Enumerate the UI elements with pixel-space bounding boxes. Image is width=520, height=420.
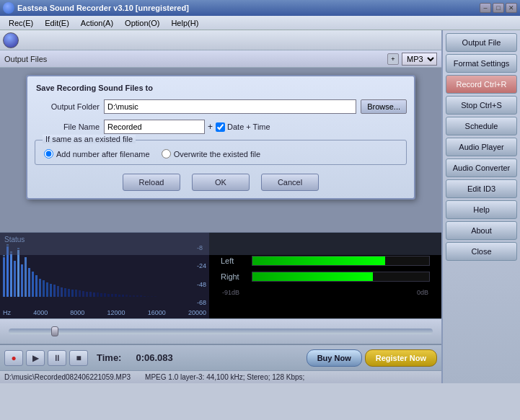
btn-stop[interactable]: Stop Ctrl+S (446, 96, 517, 115)
svg-rect-15 (57, 286, 59, 297)
svg-rect-14 (53, 285, 56, 297)
db-scale-left: -91dB (222, 289, 239, 296)
svg-rect-5 (21, 264, 23, 297)
svg-rect-36 (133, 295, 135, 297)
register-now-button[interactable]: Register Now (365, 349, 437, 367)
svg-rect-39 (144, 296, 146, 297)
buy-now-button[interactable]: Buy Now (307, 349, 362, 367)
toolbar-row (0, 30, 441, 50)
cancel-button[interactable]: Cancel (261, 174, 319, 191)
save-dialog: Save Recording Sound Files to Output Fol… (26, 75, 415, 200)
db-label-48: -48 (197, 281, 206, 288)
svg-rect-7 (28, 268, 30, 297)
svg-rect-9 (35, 275, 38, 297)
play-btn[interactable]: ▶ (26, 350, 45, 366)
btn-schedule[interactable]: Schedule (446, 117, 517, 135)
output-folder-input[interactable] (104, 99, 356, 114)
time-value: 0:06.083 (136, 352, 172, 363)
stop-btn[interactable]: ■ (69, 350, 88, 366)
btn-help[interactable]: Help (446, 200, 517, 219)
browse-button[interactable]: Browse... (361, 99, 407, 114)
svg-rect-24 (89, 292, 92, 297)
right-level-bar-fill (252, 272, 373, 281)
menu-edit[interactable]: Edit(E) (39, 17, 75, 29)
datetime-checkbox-label: Date + Time (216, 122, 270, 132)
left-level-row: Left (221, 256, 430, 266)
svg-rect-17 (64, 288, 66, 297)
close-button[interactable]: ✕ (506, 3, 517, 13)
minimize-button[interactable]: – (480, 3, 491, 13)
plus-sign: + (208, 122, 213, 132)
btn-output-file[interactable]: Output File (446, 33, 517, 52)
svg-rect-6 (25, 257, 27, 297)
right-level-row: Right (221, 272, 430, 282)
radio-row: Add number after filename Overwrite the … (44, 146, 397, 158)
groupbox-title: If same as an existed file (43, 135, 136, 143)
record-btn[interactable]: ● (4, 350, 23, 366)
pause-btn[interactable]: ⏸ (48, 350, 66, 366)
menu-rec[interactable]: Rec(E) (3, 17, 39, 29)
toolbar-orb (3, 32, 19, 48)
btn-audio-player[interactable]: Audio Player (446, 138, 517, 156)
db-label-68: -68 (197, 299, 206, 306)
output-expand-btn[interactable]: + (387, 53, 399, 65)
filename-label: File Name (35, 122, 100, 131)
hz-labels: Hz 4000 8000 12000 16000 20000 (3, 309, 206, 316)
btn-edit-id3[interactable]: Edit ID3 (446, 179, 517, 198)
menu-help[interactable]: Help(H) (165, 17, 204, 29)
maximize-button[interactable]: □ (493, 3, 504, 13)
output-folder-row: Output Folder Browse... (35, 99, 407, 114)
transport-bar (0, 318, 441, 344)
status-bar-info: MPEG 1.0 layer-3: 44,100 kHz; Stereo; 12… (145, 373, 304, 381)
btn-audio-converter[interactable]: Audio Converter (446, 158, 517, 177)
db-label-24: -24 (197, 262, 206, 269)
svg-rect-12 (46, 282, 48, 297)
btn-record[interactable]: Record Ctrl+R (446, 75, 517, 94)
btn-close[interactable]: Close (446, 242, 517, 261)
radio-add-number[interactable] (44, 149, 53, 158)
seek-thumb[interactable] (51, 326, 58, 336)
svg-rect-26 (97, 292, 99, 297)
svg-rect-32 (118, 295, 120, 297)
svg-rect-10 (39, 279, 41, 297)
datetime-checkbox[interactable] (216, 122, 225, 132)
svg-rect-33 (122, 295, 124, 297)
svg-rect-31 (115, 294, 117, 297)
btn-format-settings[interactable]: Format Settings (446, 54, 517, 73)
dialog-buttons: Reload OK Cancel (35, 174, 407, 191)
svg-rect-35 (129, 295, 131, 297)
reload-button[interactable]: Reload (123, 174, 180, 191)
status-bar: D:\music\Recorded082406221059.MP3 MPEG 1… (0, 370, 441, 383)
svg-rect-40 (147, 296, 149, 297)
filename-row: File Name + Date + Time (35, 120, 407, 134)
left-level-label: Left (221, 256, 246, 265)
db-scale-row: -91dB 0dB (221, 289, 430, 296)
right-sidebar: Output File Format Settings Record Ctrl+… (442, 30, 520, 383)
seek-bar[interactable] (9, 329, 433, 334)
svg-rect-2 (10, 254, 12, 297)
left-panel: Output Files + MP3 Save Recording Sound … (0, 30, 442, 383)
db-scale-right: 0dB (417, 289, 428, 296)
ok-button[interactable]: OK (192, 174, 250, 191)
right-level-bar-bg (252, 272, 430, 282)
app-icon (3, 2, 14, 14)
svg-rect-29 (107, 294, 110, 297)
app-title: Eastsea Sound Recorder v3.10 [unregister… (17, 4, 189, 12)
dialog-overlay: Save Recording Sound Files to Output Fol… (0, 68, 441, 255)
main-area: Output Files + MP3 Save Recording Sound … (0, 30, 520, 383)
svg-rect-22 (82, 291, 84, 297)
svg-rect-37 (136, 295, 138, 297)
filename-input[interactable] (104, 120, 205, 134)
btn-about[interactable]: About (446, 221, 517, 240)
svg-rect-21 (79, 290, 81, 297)
radio-overwrite[interactable] (162, 149, 171, 158)
right-level-label: Right (221, 272, 246, 281)
svg-rect-41 (151, 296, 153, 297)
output-folder-label: Output Folder (35, 102, 100, 111)
svg-rect-8 (32, 272, 34, 297)
menu-action[interactable]: Action(A) (75, 17, 119, 29)
left-level-bar-fill (252, 256, 385, 265)
menu-option[interactable]: Option(O) (119, 17, 165, 29)
format-select[interactable]: MP3 (402, 53, 437, 66)
svg-rect-19 (71, 290, 74, 297)
